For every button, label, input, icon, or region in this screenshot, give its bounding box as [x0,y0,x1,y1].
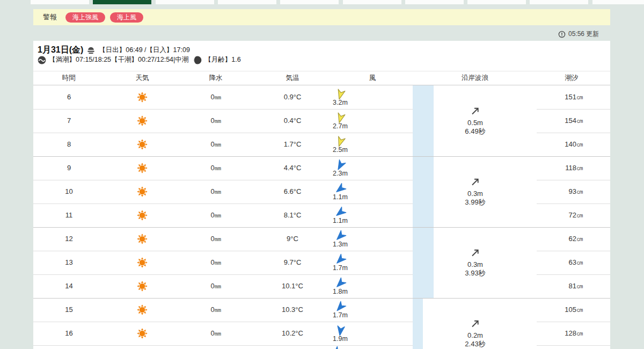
table-row: 15 0㎜ 10.3°C 1.7m [33,298,434,322]
table-row: 8 0㎜ 1.7°C 2.5m [33,133,434,156]
date-header-line1: 1月31日(金) 【日出】06:49 /【日入】17:09 [38,45,190,56]
time-cell: 11 [33,203,105,227]
sunrise-icon [86,46,96,54]
tide-cell: 151㎝ [537,85,610,109]
wave-cell: 0.3m 3.99秒 [434,156,517,227]
wind-direction-arrow [334,324,347,337]
wind-cell: 1.7m [319,251,362,274]
time-cell: 8 [33,133,105,156]
wind-cell: 1.3m [319,227,362,251]
warning-bar: 警報 海上強風海上風 [33,9,610,25]
weather-cell [105,203,180,227]
table-row: 7 0㎜ 0.4°C 2.7m [33,109,434,133]
table-row: 9 0㎜ 4.4°C 2.3m [33,156,434,180]
wind-cell: 1.8m [319,274,362,298]
tide-cell: 81㎝ [537,274,610,298]
time-cell: 14 [33,274,105,298]
wind-cell: 3.2m [319,85,362,109]
forecast-card: 1月31日(金) 【日出】06:49 /【日入】17:09 【満潮】07:15/… [33,41,610,349]
table-row: 16 0㎜ 10.2°C 1.9m [33,322,434,345]
wave-cell: 0.5m 6.49秒 [434,85,517,156]
date-header-line2: 【満潮】07:15/18:25【干潮】00:27/12:54|中潮 【月齢】1.… [38,55,241,64]
weather-cell [105,85,180,109]
sun-icon [136,139,148,150]
top-tab[interactable] [467,0,526,4]
tide-icon [38,56,46,64]
wind-direction-arrow [333,87,347,101]
wave-period: 3.93秒 [465,269,485,278]
tide-cell: 128㎝ [537,322,610,345]
column-header: 風 [369,71,376,85]
top-tab[interactable] [405,0,464,4]
warning-bar-label: 警報 [43,12,57,22]
precip-cell: 0㎜ [180,133,252,156]
sun-icon [136,257,148,268]
weather-page: { "colors": { "page_bg": "#dde6e2", "ale… [0,0,644,349]
sun-icon [136,280,148,292]
sun-icon [136,328,148,339]
column-header: 気温 [286,71,299,85]
wave-period: 2.43秒 [465,340,485,348]
tide-cell: 93㎝ [537,180,610,203]
wind-cell: 1.1m [319,180,362,203]
wind-cell: 2.3m [319,156,362,180]
weather-cell [105,298,180,322]
wave-period: 3.99秒 [465,198,485,207]
sun-icon [136,304,148,316]
tide-times-text: 【満潮】07:15/18:25【干潮】00:27/12:54|中潮 [49,55,188,64]
group-divider [33,298,610,299]
update-time: 05:56 更新 [558,30,610,39]
precip-cell: 0㎜ [180,85,252,109]
column-header: 時間 [62,71,76,85]
wave-height-bar [413,298,423,349]
row-divider [33,345,413,346]
table-row: 12 0㎜ 9°C 1.3m [33,227,434,251]
wave-direction-arrow [470,106,480,116]
tide-cell: 62㎝ [537,227,610,251]
wave-direction-arrow [470,248,480,258]
precip-cell: 0㎜ [180,109,252,133]
precip-cell: 0㎜ [180,274,252,298]
top-tab[interactable] [93,0,151,4]
time-cell: 16 [33,322,105,345]
top-tab[interactable] [280,0,339,4]
table-row: 10 0㎜ 6.6°C 1.1m [33,180,434,203]
precip-cell: 0㎜ [180,251,252,274]
wind-cell: 2.7m [319,109,362,133]
precip-cell: 0㎜ [180,156,252,180]
wave-cell: 0.3m 3.93秒 [434,227,517,298]
weather-cell [105,109,180,133]
top-tab[interactable] [31,0,89,4]
sun-icon [136,186,148,198]
precip-cell: 0㎜ [180,227,252,251]
time-cell: 15 [33,298,105,322]
time-cell: 10 [33,180,105,203]
top-tab[interactable] [530,0,588,4]
next-row-wind-arrow-peek [331,346,342,349]
moon-age-text: 【月齢】1.6 [204,55,240,64]
column-header: 沿岸波浪 [462,71,488,85]
top-tab[interactable] [343,0,401,4]
precip-cell: 0㎜ [180,298,252,322]
tide-cell: 63㎝ [537,251,610,274]
wave-cell: 0.2m 2.43秒 [434,298,517,349]
wave-height-bar [413,156,434,227]
wave-height-bar [413,227,434,298]
warning-badge[interactable]: 海上強風 [65,12,105,23]
time-cell: 12 [33,227,105,251]
top-tab[interactable] [218,0,276,4]
sun-icon [136,233,148,245]
row-divider [537,345,610,346]
wave-height-bar [413,85,434,156]
top-tab[interactable] [592,0,644,4]
group-divider [33,156,610,157]
sunrise-sunset-text: 【日出】06:49 /【日入】17:09 [99,46,190,55]
top-tab[interactable] [156,0,214,4]
weather-cell [105,156,180,180]
weather-cell [105,180,180,203]
warning-badge[interactable]: 海上風 [110,12,143,23]
wave-height: 0.3m [467,190,483,198]
table-row: 11 0㎜ 8.1°C 1.1m [33,203,434,227]
wind-cell: 1.7m [319,298,362,322]
time-cell: 13 [33,251,105,274]
